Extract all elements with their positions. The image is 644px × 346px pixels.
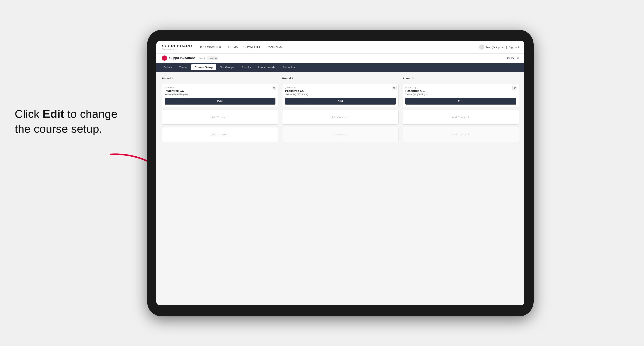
round-3-course-name: Peachtree GC [405, 89, 516, 93]
tabs-bar: Details Teams Course Setup Tee Groups Re… [156, 63, 524, 72]
round-2-column: Round 2 (Course A) Peachtree GC Yellow (… [282, 77, 398, 142]
round-3-column: Round 3 (Course A) Peachtree GC Yellow (… [402, 77, 519, 142]
hosting-badge: Hosting [207, 56, 218, 60]
nav-links: TOURNAMENTS TEAMS COMMITTEE RANKINGS [200, 45, 282, 49]
round-3-course-label: (Course A) [405, 86, 516, 89]
round-1-add-course-2[interactable]: Add Course + [162, 127, 278, 142]
instruction-text: Click Edit to change the course setup. [15, 107, 129, 136]
tab-printables[interactable]: Printables [279, 64, 298, 70]
nav-left: SCOREBOARD Powered by clippd TOURNAMENTS… [162, 44, 282, 50]
round-3-delete-button[interactable]: 🗑 [512, 86, 517, 90]
round-1-add-course-1[interactable]: Add Course + [162, 110, 278, 125]
round-1-course-name: Peachtree GC [165, 89, 276, 93]
round-2-add-course-2: Add Course + [282, 127, 398, 142]
tab-details[interactable]: Details [160, 64, 175, 70]
tab-teams[interactable]: Teams [176, 64, 190, 70]
nav-separator: | [506, 46, 507, 49]
sub-header-left: C Clippd Invitational (Men) Hosting [162, 55, 218, 61]
round-1-edit-button[interactable]: Edit [165, 98, 276, 105]
round-1-column: Round 1 (Course A) Peachtree GC Yellow (… [162, 77, 278, 142]
nav-rankings[interactable]: RANKINGS [266, 45, 282, 49]
round-2-delete-button[interactable]: 🗑 [392, 86, 396, 90]
tab-tee-groups[interactable]: Tee Groups [217, 64, 238, 70]
round-1-title: Round 1 [162, 77, 278, 80]
nav-teams[interactable]: TEAMS [228, 45, 238, 49]
user-avatar [479, 44, 484, 50]
round-2-course-card: (Course A) Peachtree GC Yellow (M) (6629… [282, 84, 398, 107]
nav-tournaments[interactable]: TOURNAMENTS [200, 45, 222, 49]
round-3-title: Round 3 [402, 77, 519, 80]
tournament-name: Clippd Invitational [169, 56, 196, 60]
tablet: SCOREBOARD Powered by clippd TOURNAMENTS… [147, 30, 534, 316]
scoreboard-logo: SCOREBOARD Powered by clippd [162, 44, 192, 50]
cancel-button[interactable]: Cancel ✕ [506, 57, 519, 59]
round-1-delete-button[interactable]: 🗑 [272, 86, 276, 90]
user-email: blair@clippd.io [486, 46, 504, 49]
round-2-title: Round 2 [282, 77, 398, 80]
round-3-add-course-1[interactable]: Add Course + [402, 110, 519, 125]
tab-results[interactable]: Results [238, 64, 254, 70]
logo-top: SCOREBOARD [162, 44, 192, 48]
sub-header: C Clippd Invitational (Men) Hosting Canc… [156, 54, 524, 63]
round-2-course-label: (Course A) [285, 86, 396, 89]
top-nav: SCOREBOARD Powered by clippd TOURNAMENTS… [156, 41, 524, 54]
rounds-container: Round 1 (Course A) Peachtree GC Yellow (… [162, 77, 519, 142]
sign-out-link[interactable]: Sign out [509, 46, 519, 49]
round-3-course-details: Yellow (M) (6629 yds) [405, 93, 516, 96]
round-2-course-details: Yellow (M) (6629 yds) [285, 93, 396, 96]
main-content: Round 1 (Course A) Peachtree GC Yellow (… [156, 72, 524, 305]
tournament-gender: (Men) [198, 57, 205, 59]
round-3-edit-button[interactable]: Edit [405, 98, 516, 105]
clippd-logo: C [162, 55, 167, 61]
round-3-course-card: (Course A) Peachtree GC Yellow (M) (6629… [402, 84, 519, 107]
tab-leaderboards[interactable]: Leaderboards [255, 64, 278, 70]
tab-course-setup[interactable]: Course Setup [191, 64, 216, 70]
round-2-edit-button[interactable]: Edit [285, 98, 396, 105]
nav-right: blair@clippd.io | Sign out [479, 44, 519, 50]
round-1-course-label: (Course A) [165, 86, 276, 89]
round-1-course-card: (Course A) Peachtree GC Yellow (M) (6629… [162, 84, 278, 107]
tablet-screen: SCOREBOARD Powered by clippd TOURNAMENTS… [156, 41, 524, 305]
logo-sub: Powered by clippd [162, 48, 192, 50]
round-1-course-details: Yellow (M) (6629 yds) [165, 93, 276, 96]
round-3-add-course-2: Add Course + [402, 127, 519, 142]
round-2-add-course-1[interactable]: Add Course + [282, 110, 398, 125]
nav-committee[interactable]: COMMITTEE [244, 45, 261, 49]
round-2-course-name: Peachtree GC [285, 89, 396, 93]
